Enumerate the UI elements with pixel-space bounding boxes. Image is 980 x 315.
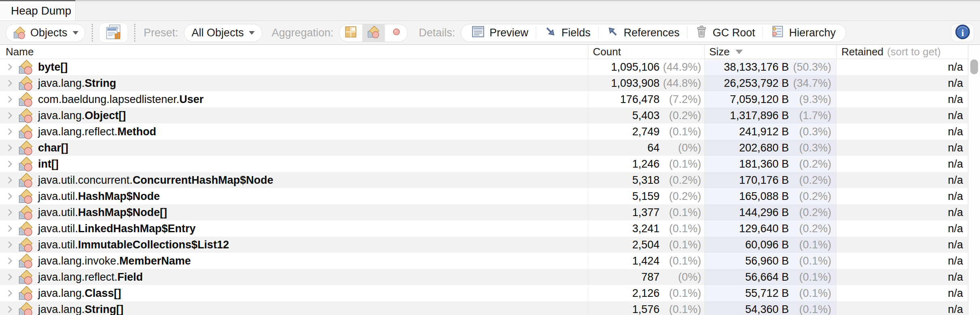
class-icon xyxy=(19,253,33,269)
table-row[interactable]: java.util.ImmutableCollections$List12 2,… xyxy=(0,237,980,253)
name-cell: java.lang.Object[] xyxy=(0,107,588,124)
hierarchy-button[interactable]: Hierarchy xyxy=(763,24,843,42)
scrollbar-thumb[interactable] xyxy=(970,59,978,74)
count-value: 176,478 xyxy=(588,91,660,107)
class-icon xyxy=(19,189,33,204)
expand-chevron-icon[interactable] xyxy=(5,273,15,281)
expand-chevron-icon[interactable] xyxy=(5,192,15,201)
trash-icon xyxy=(695,25,708,41)
name-cell: java.lang.String[] xyxy=(0,301,588,315)
table-row[interactable]: char[] 64 (0%) 202,680 B (0.3%) n/a xyxy=(0,140,980,156)
heap-dump-window: Heap Dump Objects xyxy=(0,0,980,315)
class-name: java.lang.Class[] xyxy=(38,287,121,300)
table-row[interactable]: byte[] 1,095,106 (44.9%) 38,133,176 B (5… xyxy=(0,59,980,75)
size-percent: (0.2%) xyxy=(789,156,837,172)
column-divider xyxy=(588,45,588,59)
count-percent: (0.2%) xyxy=(660,188,704,204)
size-value: 60,096 B xyxy=(704,237,789,253)
retained-value: n/a xyxy=(837,124,968,140)
retained-value: n/a xyxy=(837,156,968,172)
aggregation-instances-toggle[interactable] xyxy=(385,24,407,42)
table-row[interactable]: java.lang.String 1,093,908 (44.8%) 26,25… xyxy=(0,75,980,91)
table-row[interactable]: java.lang.invoke.MemberName 1,424 (0.1%)… xyxy=(0,253,980,269)
class-icon xyxy=(19,76,33,91)
gc-root-button[interactable]: GC Root xyxy=(687,24,763,42)
class-icon xyxy=(19,172,33,188)
size-value: 241,912 B xyxy=(704,124,789,140)
expand-chevron-icon[interactable] xyxy=(5,63,15,71)
retained-value: n/a xyxy=(837,253,968,269)
tab-heap-dump[interactable]: Heap Dump xyxy=(0,0,76,21)
size-value: 1,317,896 B xyxy=(704,107,789,124)
column-header-name[interactable]: Name xyxy=(6,45,34,59)
expand-chevron-icon[interactable] xyxy=(5,208,15,217)
expand-chevron-icon[interactable] xyxy=(5,289,15,298)
toolbar-separator xyxy=(92,24,93,42)
retained-value: n/a xyxy=(837,301,968,315)
preset-label: Preset: xyxy=(144,27,179,39)
toolbar-separator xyxy=(134,24,135,42)
classes-icon xyxy=(13,26,26,39)
table-row[interactable]: java.lang.reflect.Field 787 (0%) 56,664 … xyxy=(0,269,980,285)
vertical-scrollbar[interactable] xyxy=(968,45,980,315)
column-header-count[interactable]: Count xyxy=(593,45,621,59)
class-name: java.lang.String[] xyxy=(38,303,124,315)
size-percent: (0.1%) xyxy=(789,237,837,253)
aggregation-classes-toggle[interactable] xyxy=(362,24,385,42)
hierarchy-button-label: Hierarchy xyxy=(789,27,836,39)
count-value: 1,377 xyxy=(588,204,660,220)
preset-dropdown[interactable]: All Objects xyxy=(184,24,262,42)
expand-chevron-icon[interactable] xyxy=(5,176,15,185)
table-row[interactable]: java.util.HashMap$Node[] 1,377 (0.1%) 14… xyxy=(0,204,980,220)
table-row[interactable]: java.lang.String[] 1,576 (0.1%) 54,360 B… xyxy=(0,301,980,315)
expand-chevron-icon[interactable] xyxy=(5,240,15,249)
count-value: 787 xyxy=(588,269,660,285)
table-row[interactable]: java.lang.reflect.Method 2,749 (0.1%) 24… xyxy=(0,124,980,140)
references-button[interactable]: References xyxy=(599,24,687,42)
expand-chevron-icon[interactable] xyxy=(5,224,15,233)
count-value: 5,318 xyxy=(588,172,660,188)
class-name: java.util.HashMap$Node[] xyxy=(38,206,167,219)
fields-button-label: Fields xyxy=(561,27,590,39)
expand-chevron-icon[interactable] xyxy=(5,305,15,314)
chevron-down-icon xyxy=(249,31,255,35)
name-cell: java.util.concurrent.ConcurrentHashMap$N… xyxy=(0,172,588,188)
table-row[interactable]: java.lang.Object[] 5,403 (0.2%) 1,317,89… xyxy=(0,107,980,124)
aggregation-packages-toggle[interactable] xyxy=(339,24,362,42)
table-row[interactable]: com.baeldung.lapsedlistener.User 176,478… xyxy=(0,91,980,107)
expand-chevron-icon[interactable] xyxy=(5,111,15,120)
table-row[interactable]: java.util.LinkedHashMap$Entry 3,241 (0.1… xyxy=(0,220,980,237)
size-percent: (0.2%) xyxy=(789,188,837,204)
expand-chevron-icon[interactable] xyxy=(5,160,15,168)
chevron-down-icon xyxy=(73,31,78,35)
count-percent: (0.1%) xyxy=(660,301,704,315)
column-header-retained[interactable]: Retained (sort to get) xyxy=(841,45,941,59)
table-row[interactable]: java.lang.Class[] 2,126 (0.1%) 55,712 B … xyxy=(0,285,980,301)
expand-chevron-icon[interactable] xyxy=(5,256,15,265)
column-divider xyxy=(704,45,705,59)
class-icon xyxy=(19,269,33,285)
table-row[interactable]: java.util.concurrent.ConcurrentHashMap$N… xyxy=(0,172,980,188)
expand-chevron-icon[interactable] xyxy=(5,95,15,104)
class-name: java.util.LinkedHashMap$Entry xyxy=(38,223,196,235)
count-value: 1,095,106 xyxy=(588,59,660,75)
column-header-size[interactable]: Size xyxy=(709,45,743,59)
report-icon xyxy=(105,24,122,42)
expand-chevron-icon[interactable] xyxy=(5,79,15,88)
fields-button[interactable]: Fields xyxy=(536,24,598,42)
retained-value: n/a xyxy=(837,91,968,107)
table-row[interactable]: int[] 1,246 (0.1%) 181,360 B (0.2%) n/a xyxy=(0,156,980,172)
count-value: 3,241 xyxy=(588,220,660,237)
preview-button[interactable]: Preview xyxy=(464,24,536,42)
table-row[interactable]: java.util.HashMap$Node 5,159 (0.2%) 165,… xyxy=(0,188,980,204)
expand-chevron-icon[interactable] xyxy=(5,127,15,136)
gc-root-button-label: GC Root xyxy=(712,27,755,39)
count-value: 1,246 xyxy=(588,156,660,172)
report-button[interactable] xyxy=(99,23,128,43)
expand-chevron-icon[interactable] xyxy=(5,143,15,152)
info-button[interactable]: i xyxy=(951,23,974,42)
arrow-down-right-icon xyxy=(544,25,557,41)
tab-title: Heap Dump xyxy=(11,4,71,17)
objects-dropdown-button[interactable]: Objects xyxy=(6,24,85,42)
retained-value: n/a xyxy=(837,269,968,285)
